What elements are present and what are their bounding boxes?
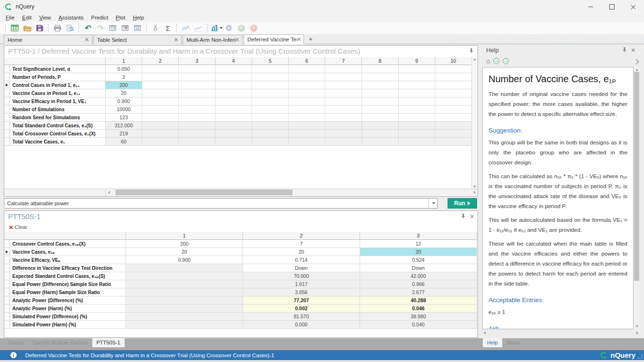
- main-table-col-header[interactable]: 4: [215, 57, 252, 65]
- main-table-cell[interactable]: [435, 81, 472, 89]
- side-table-cell[interactable]: 40.288: [360, 296, 477, 305]
- side-table-cell[interactable]: 0.966: [360, 280, 477, 288]
- main-table-cell[interactable]: 20: [106, 89, 142, 97]
- menu-item-plot[interactable]: Plot: [112, 13, 129, 22]
- side-table-cell[interactable]: 20: [126, 248, 243, 256]
- cancel-icon[interactable]: ✕: [247, 22, 260, 34]
- open-file-icon[interactable]: [21, 22, 33, 34]
- redo-icon[interactable]: ↷: [94, 22, 107, 34]
- main-table-cell[interactable]: [215, 73, 252, 81]
- main-table-col-header[interactable]: 2: [142, 57, 179, 65]
- side-table-cell[interactable]: [126, 264, 243, 272]
- side-table-cell[interactable]: Down: [360, 264, 477, 272]
- side-table-row-label[interactable]: Crossover Control Cases, e₀ₚ(X): [10, 240, 126, 248]
- main-table-col-header[interactable]: 10: [435, 57, 472, 65]
- main-table-cell[interactable]: [289, 65, 325, 73]
- scrollbar-thumb[interactable]: [634, 72, 639, 281]
- side-table-row-label[interactable]: Equal Power (Difference) Sample Size Rat…: [10, 280, 126, 288]
- main-table-cell[interactable]: [252, 105, 289, 114]
- side-table-col-header[interactable]: 2: [243, 232, 360, 240]
- side-table-cell[interactable]: 200: [126, 240, 243, 248]
- main-table-row-label[interactable]: Number of Simulations: [10, 105, 106, 114]
- main-table-cell[interactable]: [435, 130, 472, 138]
- chevron-down-icon[interactable]: [220, 27, 223, 29]
- analysis-mode-select[interactable]: Calculate attainable power: [4, 198, 438, 209]
- main-table-vertical-scrollbar[interactable]: [471, 57, 477, 189]
- main-table-cell[interactable]: [142, 105, 179, 114]
- main-table-cell[interactable]: [142, 73, 179, 81]
- row-marker[interactable]: [4, 105, 10, 114]
- main-table-cell[interactable]: [179, 114, 215, 122]
- main-table-cell[interactable]: [399, 81, 435, 89]
- print-preview-icon[interactable]: [64, 22, 76, 34]
- main-table-cell[interactable]: [252, 65, 289, 73]
- tab-deferred-vaccine-tests[interactable]: Deferred Vaccine Tests: [244, 34, 304, 44]
- side-table-row-label[interactable]: Vaccine Cases, e₁ₚ: [10, 248, 126, 256]
- row-marker[interactable]: [4, 97, 10, 105]
- main-table-cell[interactable]: [362, 65, 399, 73]
- row-marker[interactable]: [4, 138, 10, 146]
- main-table-cell[interactable]: [325, 122, 362, 130]
- pin-icon[interactable]: [622, 48, 627, 53]
- side-table-row-label[interactable]: Simulated Power (Difference) (%): [10, 313, 126, 321]
- menu-item-predict[interactable]: Predict: [88, 13, 112, 22]
- side-table-cell[interactable]: 70.000: [243, 272, 360, 280]
- row-marker[interactable]: [4, 114, 10, 122]
- help-vertical-scrollbar[interactable]: [634, 67, 640, 329]
- help-tab-notes[interactable]: Notes: [502, 338, 525, 347]
- scroll-right-icon[interactable]: [471, 189, 478, 196]
- side-table-cell[interactable]: Down: [243, 264, 360, 272]
- settings-icon[interactable]: ⚙: [223, 22, 235, 34]
- tab-multi-arm-non-inferio[interactable]: Multi-Arm Non-Inferio: [183, 35, 243, 44]
- side-table-cell[interactable]: 20: [243, 248, 360, 256]
- menu-item-file[interactable]: File: [2, 13, 19, 22]
- print-icon[interactable]: [51, 22, 64, 34]
- side-table-cell[interactable]: [126, 288, 243, 296]
- back-icon[interactable]: ←: [493, 58, 499, 64]
- row-marker[interactable]: [4, 65, 10, 73]
- menu-item-edit[interactable]: Edit: [19, 13, 36, 22]
- side-table-cell[interactable]: 0.000: [243, 321, 360, 329]
- side-table-cell[interactable]: 0.040: [360, 321, 477, 329]
- main-table-cell[interactable]: [325, 97, 362, 105]
- side-table-cell[interactable]: 38.980: [360, 313, 477, 321]
- main-table-cell[interactable]: [325, 138, 362, 146]
- main-table-cell[interactable]: [325, 89, 362, 97]
- bottom-tab-output[interactable]: Output: [4, 338, 28, 347]
- side-table-cell[interactable]: [126, 272, 243, 280]
- main-table-cell[interactable]: [142, 122, 179, 130]
- menu-item-help[interactable]: Help: [129, 13, 148, 22]
- main-table-cell[interactable]: [435, 89, 472, 97]
- main-table-cell[interactable]: [289, 81, 325, 89]
- main-table-cell[interactable]: [142, 81, 179, 89]
- main-table-cell[interactable]: [179, 81, 215, 89]
- side-table-cell[interactable]: 7: [243, 240, 360, 248]
- forward-icon[interactable]: →: [503, 58, 509, 64]
- menu-item-view[interactable]: View: [35, 13, 55, 22]
- main-table-cell[interactable]: [142, 65, 179, 73]
- row-marker[interactable]: [4, 280, 10, 288]
- main-table-col-header[interactable]: 6: [289, 57, 325, 65]
- row-marker[interactable]: [4, 305, 10, 313]
- main-table-cell[interactable]: [399, 130, 435, 138]
- side-table-cell[interactable]: 2.677: [360, 288, 477, 296]
- run-button[interactable]: Run: [448, 198, 477, 209]
- side-table-cell[interactable]: 3.856: [243, 288, 360, 296]
- add-icon[interactable]: +: [235, 22, 247, 34]
- main-table-cell[interactable]: [179, 105, 215, 114]
- line-plot-icon[interactable]: [180, 22, 192, 34]
- main-table-cell[interactable]: [289, 114, 325, 122]
- main-table-cell[interactable]: [362, 122, 399, 130]
- side-table-row-label[interactable]: Analytic Power (Difference) (%): [10, 296, 126, 305]
- main-table-cell[interactable]: [142, 97, 179, 105]
- side-table-row-label[interactable]: Vaccine Efficacy, VEₚ: [10, 256, 126, 264]
- main-table-cell[interactable]: [142, 114, 179, 122]
- delta-icon[interactable]: δ: [149, 22, 162, 34]
- main-table-col-header[interactable]: 8: [362, 57, 399, 65]
- bottom-tab-ptt50s-1[interactable]: PTT50S-1: [92, 338, 125, 347]
- main-table-cell[interactable]: [362, 97, 399, 105]
- main-table-col-header[interactable]: 3: [179, 57, 215, 65]
- close-tab-icon[interactable]: [235, 38, 239, 41]
- main-table-row-label[interactable]: Total Vaccine Cases, e₁: [10, 138, 106, 146]
- main-table-cell[interactable]: [435, 138, 472, 146]
